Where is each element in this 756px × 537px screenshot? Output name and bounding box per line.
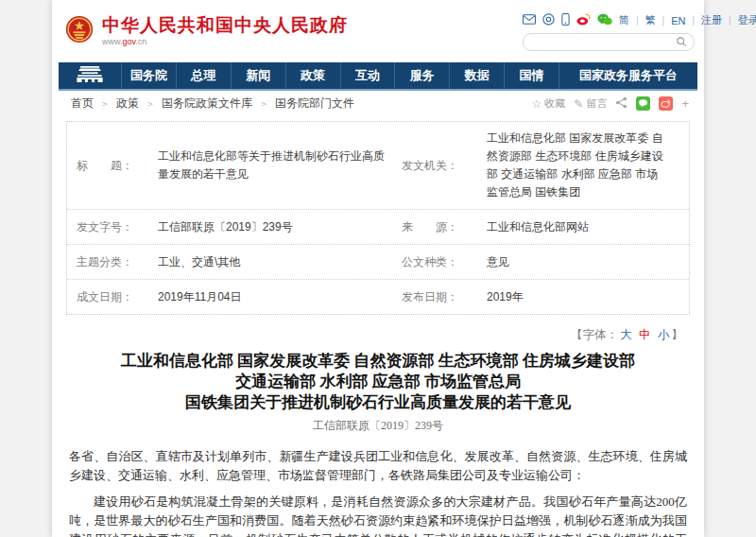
lang-traditional-link[interactable]: 繁 (645, 13, 656, 27)
meta-value-issuing-agency: 工业和信息化部 国家发展改革委 自然资源部 生态环境部 住房城乡建设部 交通运输… (487, 130, 679, 201)
font-selector-prefix: 【字体： (571, 328, 618, 341)
meta-label-source: 来 源： (402, 219, 487, 235)
meta-value-doc-number: 工信部联原〔2019〕239号 (158, 218, 402, 236)
meta-value-publish-date: 2019年 (487, 288, 679, 306)
site-logo[interactable]: 中华人民共和国中央人民政府 www.gov.cn (65, 15, 348, 47)
lang-simplified-link[interactable]: 简 (619, 13, 629, 27)
font-size-selector: 【字体：大 中 小】 (73, 327, 683, 343)
weibo-icon[interactable] (576, 13, 591, 27)
divider: | (636, 15, 639, 26)
article-body: 工业和信息化部 国家发展改革委 自然资源部 生态环境部 住房城乡建设部 交通运输… (69, 351, 687, 537)
divider: | (693, 15, 696, 26)
nav-item-data[interactable]: 数据 (449, 62, 504, 89)
breadcrumb-policy[interactable]: 政策 (116, 95, 139, 112)
site-url: www.gov.cn (102, 37, 348, 46)
document-title-line3: 国铁集团关于推进机制砂石行业高质量发展的若干意见 (69, 392, 687, 413)
meta-value-category: 工业、交通\其他 (158, 253, 402, 271)
share-weibo-icon[interactable] (659, 96, 673, 111)
meta-value-title: 工业和信息化部等关于推进机制砂石行业高质量发展的若干意见 (158, 147, 402, 183)
national-emblem-icon (65, 15, 94, 47)
nav-home[interactable] (59, 62, 121, 89)
meta-row-doc-number: 发文字号： 工信部联原〔2019〕239号 来 源： 工业和信息化部网站 (67, 210, 689, 245)
share-icon[interactable] (615, 96, 627, 111)
breadcrumb-home[interactable]: 首页 (71, 95, 94, 112)
meta-row-dates: 成文日期： 2019年11月04日 发布日期： 2019年 (67, 280, 689, 314)
main-nav: 国务院 总理 新闻 政策 互动 服务 数据 国情 国家政务服务平台 (59, 62, 697, 91)
search-icon[interactable] (677, 34, 687, 51)
register-link[interactable]: 注册 (701, 13, 722, 27)
nav-item-interaction[interactable]: 互动 (340, 62, 395, 89)
font-size-large-button[interactable]: 大 (620, 328, 632, 341)
pencil-icon: ✎ (574, 97, 583, 111)
header-right: 简| 繁| EN| 注册| 登录 (523, 11, 695, 51)
meta-label-publish-date: 发布日期： (402, 289, 487, 305)
nav-item-gov-service-platform[interactable]: 国家政务服务平台 (558, 62, 697, 89)
tiananmen-icon (74, 65, 106, 86)
meta-value-doc-type: 意见 (487, 253, 679, 271)
comment-button[interactable]: ✎留言 (574, 96, 607, 111)
site-identity: 中华人民共和国中央人民政府 www.gov.cn (102, 16, 348, 46)
share-wechat-icon[interactable] (636, 96, 650, 111)
nav-item-services[interactable]: 服务 (394, 62, 449, 89)
meta-label-doc-type: 公文种类： (402, 254, 487, 270)
login-link[interactable]: 登录 (738, 13, 756, 27)
nav-item-news[interactable]: 新闻 (231, 62, 285, 89)
favorite-button[interactable]: ☆收藏 (532, 96, 566, 111)
site-title: 中华人民共和国中央人民政府 (102, 16, 348, 35)
document-title-line1: 工业和信息化部 国家发展改革委 自然资源部 生态环境部 住房城乡建设部 (69, 351, 687, 372)
breadcrumb: 首页 ＞ 政策 ＞ 国务院政策文件库 ＞ 国务院部门文件 ☆收藏 ✎留言 + (52, 91, 704, 116)
client-icon[interactable] (542, 13, 555, 27)
breadcrumb-separator: ＞ (146, 97, 155, 111)
font-selector-suffix: 】 (672, 328, 684, 341)
breadcrumb-separator: ＞ (100, 97, 110, 111)
meta-label-title: 标 题： (77, 158, 158, 174)
wechat-icon[interactable] (597, 13, 612, 27)
star-icon: ☆ (532, 97, 542, 111)
search-box[interactable] (523, 33, 695, 51)
lang-english-link[interactable]: EN (671, 15, 685, 26)
breadcrumb-department-documents: 国务院部门文件 (275, 95, 354, 112)
document-meta-table: 标 题： 工业和信息化部等关于推进机制砂石行业高质量发展的若干意见 发文机关： … (66, 121, 690, 315)
nav-item-state-council[interactable]: 国务院 (121, 62, 176, 89)
divider: | (729, 15, 731, 26)
nav-item-national-conditions[interactable]: 国情 (504, 62, 558, 89)
document-number: 工信部联原〔2019〕239号 (69, 418, 687, 434)
font-size-small-button[interactable]: 小 (658, 328, 670, 341)
search-input[interactable] (530, 36, 677, 49)
meta-row-title: 标 题： 工业和信息化部等关于推进机制砂石行业高质量发展的若干意见 发文机关： … (67, 122, 689, 210)
page-card: 中华人民共和国中央人民政府 www.gov.cn (52, 0, 704, 537)
nav-item-premier[interactable]: 总理 (176, 62, 231, 89)
more-share-button[interactable]: + (681, 96, 689, 111)
paragraph-introduction: 建设用砂石是构筑混凝土骨架的关键原料，是消耗自然资源众多的大宗建材产品。我国砂石… (69, 493, 687, 537)
meta-label-written-date: 成文日期： (77, 289, 158, 305)
meta-label-doc-number: 发文字号： (77, 219, 158, 235)
meta-value-source: 工业和信息化部网站 (487, 218, 679, 236)
page-actions: ☆收藏 ✎留言 + (532, 96, 689, 111)
site-header: 中华人民共和国中央人民政府 www.gov.cn (52, 0, 704, 62)
document-title-line2: 交通运输部 水利部 应急部 市场监管总局 (69, 372, 687, 392)
meta-label-issuing-agency: 发文机关： (402, 158, 487, 174)
breadcrumb-separator: ＞ (259, 97, 268, 111)
font-size-medium-button[interactable]: 中 (639, 328, 651, 341)
mobile-icon[interactable] (561, 13, 570, 27)
breadcrumb-policy-library[interactable]: 国务院政策文件库 (162, 95, 252, 112)
meta-label-category: 主题分类： (77, 254, 158, 270)
divider: | (662, 15, 665, 26)
paragraph-addressees: 各省、自治区、直辖市及计划单列市、新疆生产建设兵团工业和信息化、发展改革、自然资… (69, 447, 687, 485)
meta-row-category: 主题分类： 工业、交通\其他 公文种类： 意见 (67, 245, 689, 280)
document-title: 工业和信息化部 国家发展改革委 自然资源部 生态环境部 住房城乡建设部 交通运输… (69, 351, 687, 413)
header-utility-row: 简| 繁| EN| 注册| 登录 (523, 13, 695, 27)
meta-value-written-date: 2019年11月04日 (158, 288, 402, 306)
mail-icon[interactable] (523, 14, 536, 26)
nav-item-policy[interactable]: 政策 (285, 62, 340, 89)
